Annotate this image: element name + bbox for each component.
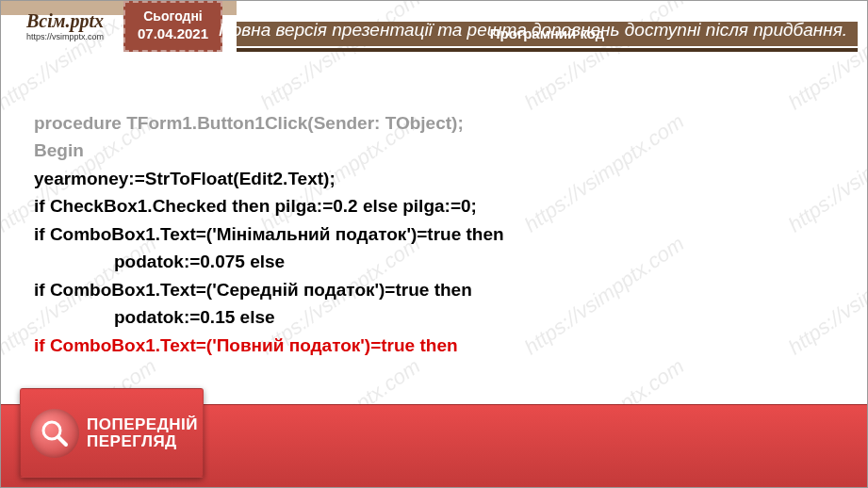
title-shadow [237,48,858,52]
date-value: 07.04.2021 [125,25,221,41]
code-line: if ComboBox1.Text=('Мінімальний податок'… [34,220,834,248]
badge-text: ПОПЕРЕДНІЙ ПЕРЕГЛЯД [87,416,198,450]
code-line: podatok:=0.075 else [34,248,834,275]
svg-line-1 [58,437,66,445]
magnifier-icon [30,409,79,458]
code-line: procedure TForm1.Button1Click(Sender: TO… [34,109,834,137]
date-tag: Сьогодні 07.04.2021 [123,1,222,52]
logo: Всім.pptx https://vsimpptx.com [8,10,122,57]
code-line: if ComboBox1.Text=('Повний податок')=tru… [34,332,834,359]
preview-badge[interactable]: ПОПЕРЕДНІЙ ПЕРЕГЛЯД [20,388,204,478]
slide: https://vsimpptx.com https://vsimpptx.co… [0,0,868,488]
logo-text: Всім.pptx [8,10,122,32]
date-label: Сьогодні [125,8,221,24]
code-block: procedure TForm1.Button1Click(Sender: TO… [34,109,834,359]
code-line: podatok:=0.15 else [34,303,834,331]
footer-message: Повна версія презентації та решта доповн… [218,18,848,42]
code-line: Begin [34,137,834,164]
badge-line2: ПЕРЕГЛЯД [87,433,198,450]
code-line: if CheckBox1.Checked then pilga:=0.2 els… [34,192,834,220]
code-line: if ComboBox1.Text=('Середній податок')=t… [34,276,834,303]
logo-url: https://vsimpptx.com [8,32,122,41]
badge-line1: ПОПЕРЕДНІЙ [87,416,198,433]
code-line: yearmoney:=StrToFloat(Edit2.Text); [34,165,834,192]
